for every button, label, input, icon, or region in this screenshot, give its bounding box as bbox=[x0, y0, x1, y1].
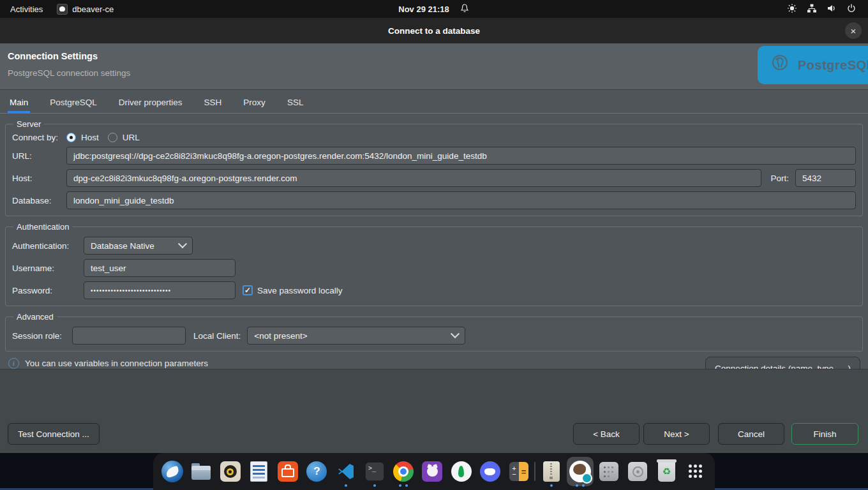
test-connection-button[interactable]: Test Connection ... bbox=[8, 423, 100, 445]
connect-by-url-radio[interactable] bbox=[108, 133, 117, 142]
chevron-down-icon bbox=[451, 329, 460, 338]
port-label: Port: bbox=[770, 174, 789, 183]
host-input[interactable] bbox=[66, 169, 761, 187]
dialog-titlebar: Connect to a database × bbox=[0, 18, 868, 43]
tab-postgresql[interactable]: PostgreSQL bbox=[48, 98, 99, 113]
dock-separator bbox=[534, 462, 535, 481]
dialog-title: Connect to a database bbox=[388, 26, 480, 36]
session-role-input[interactable] bbox=[72, 327, 186, 345]
back-button[interactable]: < Back bbox=[573, 423, 640, 445]
authentication-type-label: Authentication: bbox=[12, 241, 84, 251]
database-label: Database: bbox=[12, 196, 66, 205]
help-icon[interactable]: ? bbox=[303, 455, 330, 488]
postgresql-logo: PostgreSQL bbox=[758, 46, 868, 84]
postgresql-logo-label: PostgreSQL bbox=[798, 58, 868, 73]
password-input[interactable] bbox=[84, 281, 236, 299]
connection-details-button[interactable]: Connection details (name, type, ... ) bbox=[705, 357, 860, 369]
rhythmbox-icon[interactable] bbox=[217, 455, 244, 488]
app-list-icon[interactable] bbox=[595, 455, 622, 488]
session-role-label: Session role: bbox=[12, 331, 72, 341]
postgresql-elephant-icon bbox=[768, 52, 792, 78]
dock: ? >_ +− = ♻ bbox=[153, 453, 715, 490]
variables-hint: i You can use variables in connection pa… bbox=[8, 358, 208, 369]
info-icon: i bbox=[8, 358, 19, 369]
tab-main[interactable]: Main bbox=[8, 98, 30, 113]
tab-proxy[interactable]: Proxy bbox=[241, 98, 267, 113]
mongodb-compass-icon[interactable] bbox=[448, 455, 475, 488]
connect-by-host-radio[interactable] bbox=[66, 133, 76, 142]
page-subtitle: PostgreSQL connection settings bbox=[8, 68, 130, 78]
authentication-type-select[interactable]: Database Native bbox=[84, 237, 193, 255]
host-label: Host: bbox=[12, 174, 66, 183]
app-grid-icon[interactable] bbox=[682, 455, 709, 488]
disk-utility-icon[interactable] bbox=[624, 455, 651, 488]
connect-by-label: Connect by: bbox=[12, 133, 66, 142]
github-desktop-icon[interactable] bbox=[419, 455, 445, 488]
trash-icon[interactable]: ♻ bbox=[653, 455, 680, 488]
desktop-dock-area: ? >_ +− = ♻ bbox=[0, 453, 868, 490]
focused-app-name: dbeaver-ce bbox=[72, 4, 114, 14]
calculator-icon[interactable]: +− = bbox=[505, 455, 532, 488]
url-label: URL: bbox=[12, 151, 66, 161]
terminal-icon[interactable]: >_ bbox=[361, 455, 388, 488]
chrome-icon[interactable] bbox=[390, 455, 417, 488]
brightness-icon[interactable] bbox=[787, 3, 797, 15]
save-password-label[interactable]: Save password locally bbox=[257, 286, 343, 295]
libreoffice-writer-icon[interactable] bbox=[246, 455, 273, 488]
connect-by-host-option[interactable]: Host bbox=[81, 133, 99, 142]
save-password-checkbox[interactable]: ✓ bbox=[243, 285, 253, 295]
username-label: Username: bbox=[12, 264, 84, 273]
next-button[interactable]: Next > bbox=[643, 423, 710, 445]
power-icon[interactable] bbox=[846, 3, 857, 15]
discord-icon[interactable] bbox=[477, 455, 504, 488]
finish-button[interactable]: Finish bbox=[791, 423, 858, 445]
cancel-button[interactable]: Cancel bbox=[718, 423, 784, 445]
tab-bar: Main PostgreSQL Driver properties SSH Pr… bbox=[0, 90, 868, 114]
username-input[interactable] bbox=[84, 259, 236, 277]
dialog-header: Connection Settings PostgreSQL connectio… bbox=[0, 43, 868, 89]
connect-by-url-option[interactable]: URL bbox=[123, 133, 140, 142]
top-bar: Activities dbeaver-ce Nov 29 21:18 bbox=[0, 0, 868, 18]
close-icon[interactable]: × bbox=[845, 22, 862, 39]
tab-ssh[interactable]: SSH bbox=[202, 98, 224, 113]
files-icon[interactable] bbox=[188, 455, 214, 488]
local-client-select[interactable]: <not present> bbox=[247, 327, 465, 345]
chevron-down-icon bbox=[178, 239, 187, 248]
clock[interactable]: Nov 29 21:18 bbox=[398, 4, 449, 14]
network-icon[interactable] bbox=[807, 3, 817, 15]
focused-app-menu[interactable]: dbeaver-ce bbox=[57, 4, 114, 15]
authentication-group-legend: Authentication bbox=[13, 222, 72, 232]
activities-button[interactable]: Activities bbox=[10, 4, 43, 14]
password-label: Password: bbox=[12, 286, 84, 295]
advanced-group: Advanced Session role: Local Client: <no… bbox=[5, 312, 863, 352]
port-input[interactable] bbox=[795, 169, 856, 187]
local-client-label: Local Client: bbox=[193, 331, 241, 341]
notification-bell-icon bbox=[460, 3, 470, 15]
tab-ssl[interactable]: SSL bbox=[285, 98, 306, 113]
dialog-footer: Test Connection ... < Back Next > Cancel… bbox=[0, 369, 868, 453]
authentication-group: Authentication Authentication: Database … bbox=[5, 222, 863, 306]
database-input[interactable] bbox=[66, 191, 856, 209]
vscode-icon[interactable] bbox=[333, 455, 359, 488]
ubuntu-software-icon[interactable] bbox=[274, 455, 301, 488]
server-group: Server Connect by: Host URL URL: Host: P… bbox=[5, 119, 863, 216]
volume-icon[interactable] bbox=[827, 3, 837, 15]
url-input[interactable] bbox=[66, 147, 856, 165]
variables-hint-text: You can use variables in connection para… bbox=[25, 359, 208, 368]
dbeaver-app-icon bbox=[57, 4, 68, 15]
server-group-legend: Server bbox=[13, 119, 44, 129]
thunderbird-icon[interactable] bbox=[159, 455, 186, 488]
advanced-group-legend: Advanced bbox=[13, 312, 57, 322]
tab-driver-properties[interactable]: Driver properties bbox=[117, 98, 184, 113]
page-title: Connection Settings bbox=[8, 51, 98, 61]
archive-manager-icon[interactable] bbox=[538, 455, 565, 488]
dialog-content: Main PostgreSQL Driver properties SSH Pr… bbox=[0, 89, 868, 369]
dbeaver-dock-icon[interactable] bbox=[567, 455, 594, 488]
